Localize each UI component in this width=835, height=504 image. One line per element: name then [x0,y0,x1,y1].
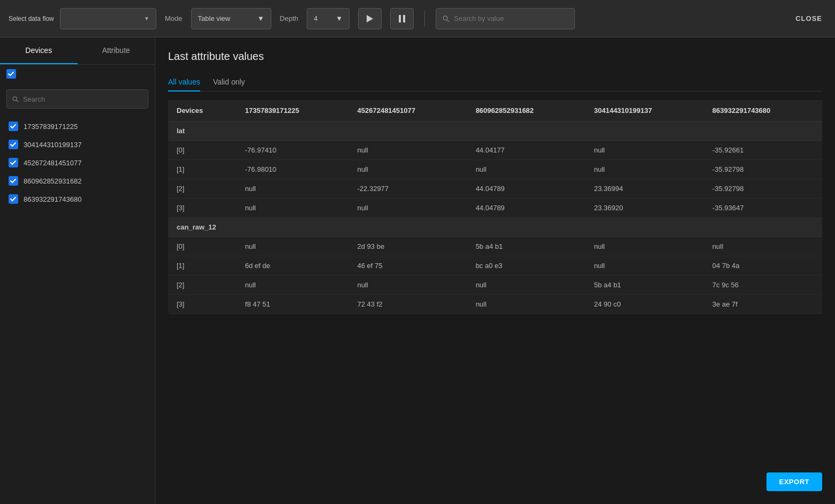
svg-line-4 [447,19,450,21]
list-item[interactable]: 860962852931682 [6,172,148,190]
sidebar-search-input[interactable] [23,95,142,103]
sidebar: Devices Attribute 17357839171225 3041443… [0,37,155,504]
tab-devices[interactable]: Devices [0,37,78,64]
device-id: 304144310199137 [24,141,81,149]
device-checkbox[interactable] [9,121,18,131]
content-area: Last attribute values All values Valid o… [155,37,835,504]
col-header-devices: Devices [168,100,237,121]
table-row: [2]nullnullnull5b a4 b17c 9c 56 [168,276,822,295]
svg-point-3 [444,16,448,20]
table-row: [3]f8 47 5172 43 f2null24 90 c03e ae 7f [168,295,822,314]
depth-value: 4 [314,14,317,22]
data-table: Devices 17357839171225 452672481451077 8… [168,100,822,314]
table-row: [2]null-22.3297744.0478923.36994-35.9279… [168,179,822,198]
play-button[interactable] [358,8,382,29]
svg-line-6 [17,100,19,102]
mode-label: Mode [165,14,183,22]
table-section-header: can_raw_12 [168,218,822,237]
view-tabs: All values Valid only [168,73,822,91]
tab-attribute[interactable]: Attribute [78,37,155,64]
device-checkbox[interactable] [9,194,18,204]
svg-rect-2 [403,15,405,22]
tab-valid-only[interactable]: Valid only [213,73,245,91]
device-id: 863932291743680 [24,195,81,203]
data-flow-dropdown[interactable]: ▼ [60,8,156,29]
device-checkbox[interactable] [9,158,18,167]
chevron-down-icon: ▼ [257,14,264,22]
device-checkbox[interactable] [9,176,18,186]
search-input[interactable] [454,14,568,22]
table-row: [0]null2d 93 be5b a4 b1nullnull [168,237,822,256]
svg-point-5 [13,96,17,100]
chevron-down-icon: ▼ [336,14,343,22]
list-item[interactable]: 304144310199137 [6,135,148,154]
table-row: [0]-76.97410null44.04177null-35.92661 [168,141,822,160]
device-id: 17357839171225 [24,123,78,131]
device-id: 860962852931682 [24,177,81,185]
svg-marker-0 [367,15,373,22]
top-bar: Select data flow ▼ Mode Table view ▼ Dep… [0,0,835,37]
search-icon [443,15,450,22]
close-button[interactable]: CLOSE [791,14,826,22]
export-button[interactable]: EXPORT [766,472,822,491]
tab-all-values[interactable]: All values [168,73,200,91]
page-title: Last attribute values [168,50,822,63]
col-header-5: 863932291743680 [704,100,822,121]
search-icon [12,96,19,103]
svg-rect-1 [399,15,401,22]
main-layout: Devices Attribute 17357839171225 3041443… [0,37,835,504]
list-item[interactable]: 17357839171225 [6,117,148,135]
table-row: [1]6d ef de46 ef 75bc a0 e3null04 7b 4a [168,256,822,276]
select-all-checkbox[interactable] [6,69,16,79]
list-item[interactable]: 863932291743680 [6,190,148,208]
device-checkbox[interactable] [9,140,18,149]
table-header-row: Devices 17357839171225 452672481451077 8… [168,100,822,121]
col-header-2: 452672481451077 [349,100,467,121]
depth-label: Depth [280,14,299,22]
mode-dropdown[interactable]: Table view ▼ [191,8,271,29]
col-header-4: 304144310199137 [586,100,704,121]
table-row: [3]nullnull44.0478923.36920-35.93647 [168,198,822,218]
pause-button[interactable] [390,8,414,29]
table-row: [1]-76.98010nullnullnull-35.92798 [168,160,822,179]
table-section-header: lat [168,121,822,141]
sidebar-tabs: Devices Attribute [0,37,155,65]
divider [424,11,425,27]
select-data-flow-label: Select data flow [9,15,51,22]
sidebar-search-bar[interactable] [6,89,148,109]
chevron-down-icon: ▼ [144,16,149,21]
search-bar[interactable] [436,8,575,29]
device-id: 452672481451077 [24,159,81,167]
mode-value: Table view [198,14,231,22]
col-header-1: 17357839171225 [237,100,349,121]
depth-dropdown[interactable]: 4 ▼ [307,8,350,29]
col-header-3: 860962852931682 [467,100,586,121]
device-list: 17357839171225 304144310199137 452672481… [0,115,155,210]
list-item[interactable]: 452672481451077 [6,154,148,172]
